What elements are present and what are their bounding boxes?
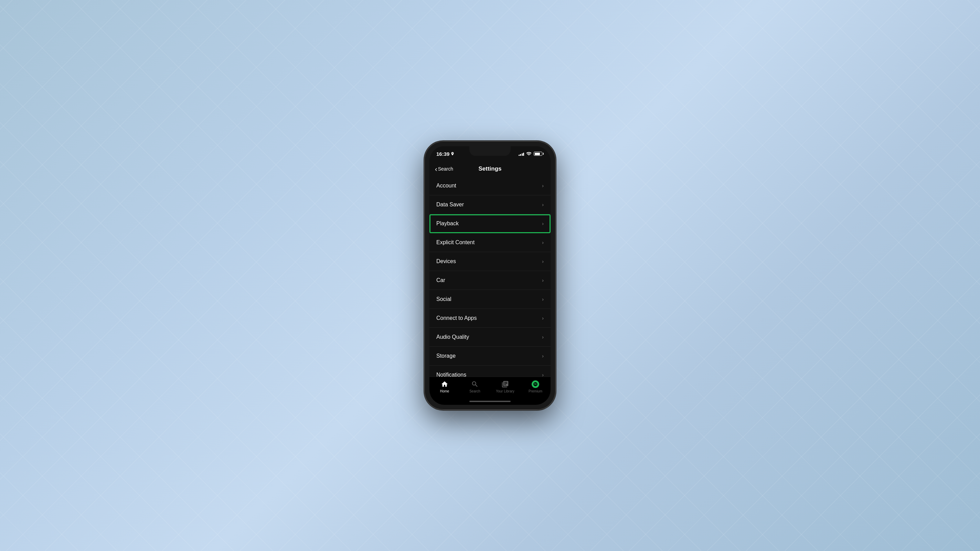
back-arrow-icon: ‹ <box>435 165 438 172</box>
settings-item-connect-to-apps[interactable]: Connect to Apps › <box>430 309 550 328</box>
status-icons <box>519 152 542 156</box>
chevron-right-icon: › <box>542 202 544 207</box>
chevron-right-icon: › <box>542 240 544 245</box>
tab-your-library[interactable]: Your Library <box>495 380 515 393</box>
wifi-icon <box>526 152 531 156</box>
settings-item-label: Account <box>436 183 456 189</box>
tab-library-label: Your Library <box>496 389 514 393</box>
spotify-logo <box>533 382 538 387</box>
chevron-right-icon: › <box>542 297 544 302</box>
tab-home-label: Home <box>440 389 449 393</box>
status-time: 16:39 <box>436 151 454 157</box>
settings-item-devices[interactable]: Devices › <box>430 252 550 271</box>
tab-premium[interactable]: Premium <box>525 380 546 393</box>
battery-icon <box>534 152 542 156</box>
chevron-right-icon: › <box>542 315 544 321</box>
spotify-premium-icon <box>531 380 539 388</box>
screen-content: 16:39 <box>430 146 550 405</box>
settings-list-container: Account › Data Saver › Playback › Explic… <box>430 176 550 376</box>
signal-bars-icon <box>519 152 524 156</box>
settings-item-label: Playback <box>436 221 459 227</box>
settings-item-label: Devices <box>436 258 456 265</box>
chevron-right-icon: › <box>542 259 544 264</box>
notch <box>469 146 511 156</box>
settings-item-label: Car <box>436 277 445 283</box>
chevron-right-icon: › <box>542 183 544 189</box>
home-icon <box>441 380 449 388</box>
settings-item-label: Data Saver <box>436 202 464 208</box>
settings-item-label: Explicit Content <box>436 240 474 246</box>
back-button[interactable]: ‹ Search <box>435 165 453 172</box>
settings-item-label: Storage <box>436 353 456 359</box>
settings-list: Account › Data Saver › Playback › Explic… <box>430 176 550 376</box>
chevron-right-icon: › <box>542 334 544 340</box>
settings-item-explicit-content[interactable]: Explicit Content › <box>430 233 550 252</box>
settings-item-social[interactable]: Social › <box>430 290 550 309</box>
settings-item-label: Social <box>436 296 452 302</box>
settings-item-label: Connect to Apps <box>436 315 477 321</box>
chevron-right-icon: › <box>542 221 544 226</box>
phone-screen: 16:39 <box>430 146 550 405</box>
back-label: Search <box>438 167 453 171</box>
settings-item-car[interactable]: Car › <box>430 271 550 290</box>
settings-item-audio-quality[interactable]: Audio Quality › <box>430 328 550 347</box>
settings-item-storage[interactable]: Storage › <box>430 347 550 365</box>
settings-item-notifications[interactable]: Notifications › <box>430 365 550 376</box>
chevron-right-icon: › <box>542 278 544 283</box>
settings-item-account[interactable]: Account › <box>430 176 550 195</box>
home-indicator <box>469 401 511 402</box>
tab-premium-label: Premium <box>528 389 542 393</box>
settings-item-label: Notifications <box>436 372 466 376</box>
nav-bar: ‹ Search Settings <box>430 161 550 176</box>
library-icon <box>501 380 509 388</box>
chevron-right-icon: › <box>542 353 544 359</box>
location-icon <box>451 152 454 156</box>
phone-device: 16:39 <box>425 141 555 410</box>
tab-search[interactable]: Search <box>465 380 485 393</box>
settings-item-playback[interactable]: Playback › <box>430 214 550 233</box>
tab-search-label: Search <box>469 389 480 393</box>
chevron-right-icon: › <box>542 372 544 376</box>
page-title: Settings <box>478 165 501 172</box>
status-bar: 16:39 <box>430 146 550 161</box>
settings-item-data-saver[interactable]: Data Saver › <box>430 195 550 214</box>
search-icon <box>471 380 479 388</box>
tab-home[interactable]: Home <box>434 380 455 393</box>
settings-item-label: Audio Quality <box>436 334 469 340</box>
